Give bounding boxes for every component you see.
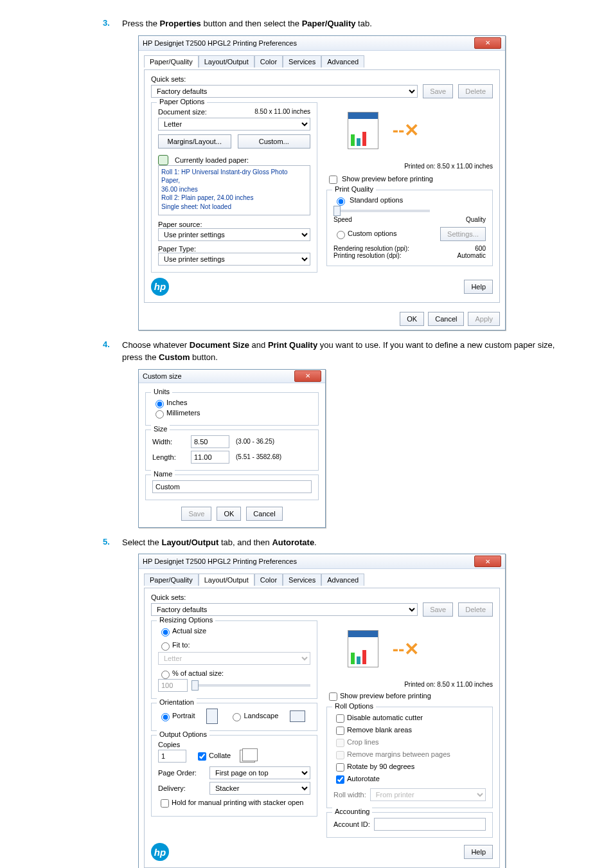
preview-x-icon: --✕ xyxy=(393,120,420,141)
tab-services[interactable]: Services xyxy=(283,55,321,68)
collate-label: Collate xyxy=(209,752,231,759)
apply-button[interactable]: Apply xyxy=(468,312,500,326)
custom-button[interactable]: Custom... xyxy=(238,134,311,149)
account-id-input[interactable] xyxy=(374,818,486,831)
fit-to-select[interactable]: Letter xyxy=(158,652,310,665)
close-icon[interactable]: ✕ xyxy=(474,37,501,49)
printing-label: Printing resolution (dpi): xyxy=(333,252,402,259)
printing-prefs-dialog-1: HP Designjet T2500 HPGL2 Printing Prefer… xyxy=(138,35,506,330)
portrait-icon xyxy=(206,709,218,724)
remove-blank-checkbox[interactable] xyxy=(336,727,344,735)
doc-size-select[interactable]: Letter xyxy=(158,118,310,131)
hp-logo-icon: hp xyxy=(151,278,169,296)
delete-button[interactable]: Delete xyxy=(458,602,493,617)
step5-text: Select the Layout/Output tab, and then A… xyxy=(122,537,317,549)
actual-size-label: Actual size xyxy=(172,627,206,635)
autorotate-checkbox[interactable] xyxy=(336,775,344,784)
pct-actual-radio[interactable] xyxy=(161,671,170,679)
quicksets-select[interactable]: Factory defaults xyxy=(151,603,418,616)
remove-margins-checkbox[interactable] xyxy=(336,751,344,759)
paper-type-label: Paper Type: xyxy=(158,245,310,253)
orientation-title: Orientation xyxy=(157,698,197,706)
hold-label: Hold for manual printing with stacker op… xyxy=(172,799,303,807)
length-input[interactable] xyxy=(191,451,229,464)
loaded-paper-label: Currently loaded paper: xyxy=(175,156,249,164)
page-order-select[interactable]: First page on top xyxy=(209,766,310,779)
landscape-icon xyxy=(290,710,305,722)
cancel-button[interactable]: Cancel xyxy=(246,507,282,521)
copies-label: Copies xyxy=(158,741,180,748)
length-range: (5.51 - 3582.68) xyxy=(236,453,281,460)
save-button[interactable]: Save xyxy=(423,84,453,98)
ok-button[interactable]: OK xyxy=(217,507,241,521)
collate-icon xyxy=(240,750,255,763)
name-input[interactable] xyxy=(152,480,312,493)
inches-radio[interactable] xyxy=(155,400,164,408)
close-icon[interactable]: ✕ xyxy=(294,370,321,382)
tab-layout-output[interactable]: Layout/Output xyxy=(199,55,254,68)
tab-services[interactable]: Services xyxy=(283,574,321,586)
disable-cutter-checkbox[interactable] xyxy=(336,714,344,723)
copies-input[interactable] xyxy=(158,750,186,763)
tab-advanced[interactable]: Advanced xyxy=(321,55,364,68)
account-id-label: Account ID: xyxy=(333,820,370,828)
preview-page-icon xyxy=(348,112,378,149)
settings-button[interactable]: Settings... xyxy=(440,227,486,241)
units-title: Units xyxy=(151,388,172,395)
show-preview-checkbox[interactable] xyxy=(329,176,337,184)
standard-options-radio[interactable] xyxy=(337,197,345,206)
pct-slider[interactable] xyxy=(191,684,310,687)
mm-label: Millimeters xyxy=(166,408,200,416)
pct-input[interactable] xyxy=(158,679,188,692)
quality-label: Quality xyxy=(466,216,486,223)
landscape-radio[interactable] xyxy=(233,713,241,721)
refresh-icon[interactable] xyxy=(158,155,168,165)
paper-source-select[interactable]: Use printer settings xyxy=(158,228,310,241)
cancel-button[interactable]: Cancel xyxy=(428,312,464,326)
help-button[interactable]: Help xyxy=(464,845,493,859)
tab-layout-output[interactable]: Layout/Output xyxy=(199,574,254,586)
tab-paper-quality[interactable]: Paper/Quality xyxy=(144,574,199,586)
print-quality-title: Print Quality xyxy=(332,185,376,193)
roll-width-select[interactable]: From printer xyxy=(370,788,486,801)
show-preview-checkbox[interactable] xyxy=(329,692,337,701)
mm-radio[interactable] xyxy=(155,410,164,419)
width-label: Width: xyxy=(152,438,184,446)
preview-page-icon xyxy=(348,630,378,667)
tab-paper-quality[interactable]: Paper/Quality xyxy=(144,55,199,68)
landscape-label: Landscape xyxy=(244,712,278,719)
step4-text: Choose whatever Document Size and Print … xyxy=(122,339,555,364)
tab-color[interactable]: Color xyxy=(254,574,283,586)
close-icon[interactable]: ✕ xyxy=(474,556,501,567)
rotate90-label: Rotate by 90 degrees xyxy=(347,763,414,771)
rotate90-checkbox[interactable] xyxy=(336,763,344,772)
collate-checkbox[interactable] xyxy=(198,752,206,761)
save-button[interactable]: Save xyxy=(423,602,453,617)
quality-slider[interactable] xyxy=(333,210,430,212)
margins-layout-button[interactable]: Margins/Layout... xyxy=(158,134,231,149)
dialog3-title: HP Designjet T2500 HPGL2 Printing Prefer… xyxy=(143,557,297,565)
custom-options-radio[interactable] xyxy=(337,231,345,239)
delete-button[interactable]: Delete xyxy=(458,84,493,98)
hold-checkbox[interactable] xyxy=(161,799,169,808)
printed-on-label: Printed on: 8.50 x 11.00 inches xyxy=(326,681,493,688)
portrait-radio[interactable] xyxy=(161,713,170,721)
save-button[interactable]: Save xyxy=(181,507,211,521)
quicksets-select[interactable]: Factory defaults xyxy=(151,85,418,98)
loaded-paper-list: Roll 1: HP Universal Instant-dry Gloss P… xyxy=(158,165,310,215)
actual-size-radio[interactable] xyxy=(161,628,170,637)
show-preview-label: Show preview before printing xyxy=(342,175,433,183)
croplines-checkbox[interactable] xyxy=(336,739,344,747)
quicksets-label: Quick sets: xyxy=(151,593,493,601)
help-button[interactable]: Help xyxy=(464,280,493,294)
ok-button[interactable]: OK xyxy=(400,312,424,326)
paper-type-select[interactable]: Use printer settings xyxy=(158,253,310,266)
tab-color[interactable]: Color xyxy=(254,55,283,68)
delivery-select[interactable]: Stacker xyxy=(209,782,310,795)
remove-blank-label: Remove blank areas xyxy=(347,727,412,734)
printed-on-label: Printed on: 8.50 x 11.00 inches xyxy=(326,163,493,170)
standard-options-label: Standard options xyxy=(350,196,403,204)
fit-to-radio[interactable] xyxy=(161,642,170,651)
width-input[interactable] xyxy=(191,435,229,448)
tab-advanced[interactable]: Advanced xyxy=(321,574,364,586)
